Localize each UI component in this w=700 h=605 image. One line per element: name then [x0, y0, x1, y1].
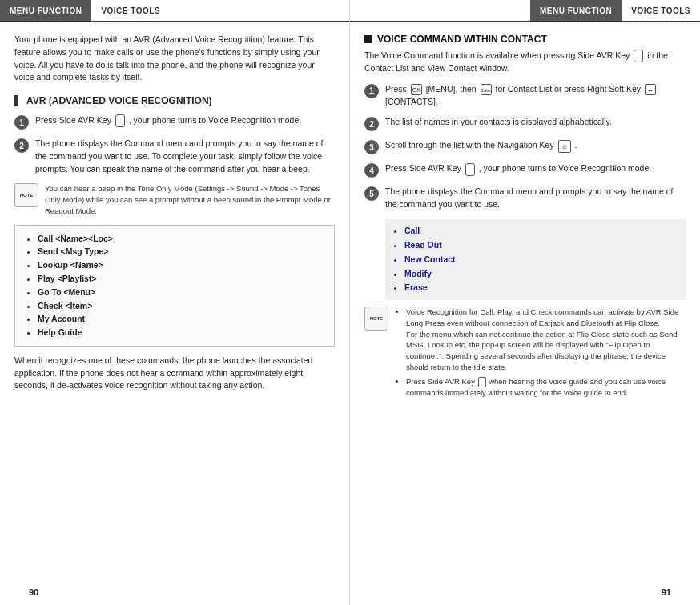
- voice-command-title: VOICE COMMAND WITHIN CONTACT: [364, 34, 686, 45]
- right-page-number: 91: [647, 583, 686, 602]
- note-bullet-list: Voice Recognition for Call, Play, and Ch…: [395, 307, 686, 398]
- list-item: Check <Item>: [38, 299, 324, 313]
- list-item: Call <Name><Loc>: [38, 232, 324, 246]
- left-content: Your phone is equipped with an AVR (Adva…: [0, 22, 349, 579]
- avr-section-title: AVR (ADVANCED VOICE RECOGNITION): [14, 95, 335, 106]
- step-1-number: 1: [14, 115, 29, 130]
- right-step-2: 2 The list of names in your contacts is …: [364, 116, 686, 131]
- section-intro: The Voice Command function is available …: [364, 50, 686, 75]
- list-item: Help Guide: [38, 326, 324, 339]
- soft-key-icon: ••: [645, 84, 656, 95]
- right-step-2-number: 2: [364, 117, 379, 131]
- voice-command-list-box: Call Read Out New Contact Modify Erase: [385, 219, 686, 300]
- left-tab-menu: MENU FUNCTION: [0, 0, 91, 21]
- note-text-left: You can hear a beep in the Tone Only Mod…: [45, 183, 335, 216]
- right-step-5-number: 5: [364, 186, 379, 201]
- right-step-4: 4 Press Side AVR Key , your phone turns …: [364, 162, 686, 178]
- list-item: Send <Msg Type>: [38, 245, 324, 258]
- right-step-1-number: 1: [364, 84, 379, 98]
- right-page: VOICE TOOLS MENU FUNCTION VOICE COMMAND …: [350, 0, 700, 605]
- avr-key-icon-4: [465, 163, 475, 176]
- right-header: VOICE TOOLS MENU FUNCTION: [350, 0, 700, 22]
- avr-key-icon-intro: [634, 50, 643, 62]
- right-tab-menu: MENU FUNCTION: [530, 0, 622, 21]
- right-content: VOICE COMMAND WITHIN CONTACT The Voice C…: [350, 22, 700, 579]
- page-spread: MENU FUNCTION VOICE TOOLS Your phone is …: [0, 0, 700, 605]
- right-step-1-text: Press OK [MENU], then 2abc for Contact L…: [385, 83, 686, 109]
- intro-paragraph: Your phone is equipped with an AVR (Adva…: [14, 34, 335, 84]
- note-box-right: NOTE Voice Recognition for Call, Play, a…: [364, 307, 686, 401]
- right-step-3: 3 Scroll through the list with the Navig…: [364, 139, 686, 154]
- section-title-bar: [14, 95, 18, 106]
- nav-key-icon: ⊙: [558, 140, 571, 153]
- step-1-text: Press Side AVR Key , your phone turns to…: [35, 114, 335, 127]
- ok-key-icon: OK: [411, 84, 422, 95]
- note-bullet-1: Voice Recognition for Call, Play, and Ch…: [406, 307, 686, 373]
- right-tab-voice: VOICE TOOLS: [622, 0, 700, 21]
- voice-command-list: Call Read Out New Contact Modify Erase: [393, 224, 678, 295]
- list-item: Call: [404, 224, 678, 238]
- note-bullets-right: Voice Recognition for Call, Play, and Ch…: [395, 307, 686, 401]
- right-step-5-text: The phone displays the Command menu and …: [385, 186, 686, 211]
- list-item: Modify: [404, 267, 678, 282]
- step-2: 2 The phone displays the Command menu an…: [14, 138, 335, 175]
- note-bullet-2: Press Side AVR Key when hearing the voic…: [406, 376, 686, 399]
- list-item: Play <Playlist>: [38, 272, 324, 286]
- command-list-box: Call <Name><Loc> Send <Msg Type> Lookup …: [14, 225, 335, 347]
- avr-key-icon-note: [478, 377, 486, 387]
- right-step-4-text: Press Side AVR Key , your phone turns to…: [385, 162, 686, 175]
- menu-icon: 2abc: [481, 84, 492, 95]
- right-footer: 91: [350, 579, 700, 605]
- right-step-4-number: 4: [364, 163, 379, 178]
- step-2-number: 2: [14, 138, 29, 153]
- blue-square-icon: [364, 35, 372, 43]
- list-item: Read Out: [404, 238, 678, 253]
- bottom-paragraph: When it recognizes one of these commands…: [14, 355, 335, 392]
- left-footer: 90: [0, 579, 349, 605]
- right-step-3-number: 3: [364, 140, 379, 154]
- note-icon-left: NOTE: [14, 183, 38, 207]
- right-step-2-text: The list of names in your contacts is di…: [385, 116, 686, 129]
- list-item: Erase: [404, 281, 678, 295]
- right-step-1: 1 Press OK [MENU], then 2abc for Contact…: [364, 83, 686, 109]
- list-item: Lookup <Name>: [38, 258, 324, 272]
- avr-key-icon-1: [115, 114, 125, 127]
- left-header: MENU FUNCTION VOICE TOOLS: [0, 0, 349, 22]
- step-2-text: The phone displays the Command menu and …: [35, 138, 335, 175]
- left-page-number: 90: [14, 583, 53, 602]
- note-icon-right: NOTE: [364, 307, 388, 331]
- command-list: Call <Name><Loc> Send <Msg Type> Lookup …: [25, 232, 324, 339]
- right-step-3-text: Scroll through the list with the Navigat…: [385, 139, 686, 152]
- right-step-5: 5 The phone displays the Command menu an…: [364, 186, 686, 211]
- note-box-left: NOTE You can hear a beep in the Tone Onl…: [14, 183, 335, 216]
- list-item: New Contact: [404, 253, 678, 267]
- step-1: 1 Press Side AVR Key , your phone turns …: [14, 114, 335, 130]
- left-page: MENU FUNCTION VOICE TOOLS Your phone is …: [0, 0, 350, 605]
- left-tab-voice: VOICE TOOLS: [91, 0, 170, 21]
- list-item: Go To <Menu>: [38, 286, 324, 299]
- list-item: My Account: [38, 312, 324, 326]
